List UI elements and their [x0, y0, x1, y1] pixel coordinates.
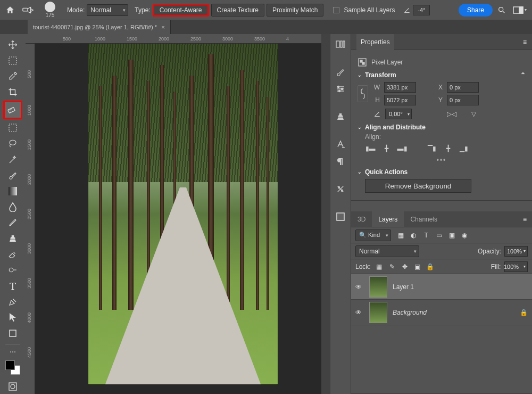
filter-smart-icon[interactable]: ▣ [447, 232, 456, 239]
layer-name[interactable]: Layer 1 [393, 283, 414, 291]
pencil-tool[interactable] [5, 215, 20, 230]
type-content-aware-button[interactable]: Content-Aware [153, 4, 209, 17]
type-tool[interactable] [5, 278, 20, 293]
layer-name[interactable]: Background [393, 309, 427, 316]
filter-shape-icon[interactable]: ▭ [435, 232, 443, 239]
transform-section[interactable]: ⌄ Transform ⌃ [358, 71, 526, 79]
sample-all-checkbox[interactable] [333, 7, 339, 13]
lock-paint-icon[interactable]: ✎ [388, 263, 396, 270]
filter-adjust-icon[interactable]: ◐ [409, 232, 418, 239]
lock-icon[interactable]: 🔒 [520, 309, 528, 316]
dodge-tool[interactable] [5, 262, 20, 277]
color-swatch[interactable] [5, 360, 20, 375]
lock-position-icon[interactable]: ✥ [401, 263, 409, 270]
layers-menu-icon[interactable]: ≡ [518, 211, 532, 227]
lock-artboard-icon[interactable]: ▣ [413, 263, 422, 270]
eyedropper-tool[interactable] [5, 69, 20, 84]
panel-menu-icon[interactable]: ≡ [523, 38, 527, 46]
fg-color[interactable] [5, 360, 15, 370]
ruler-vertical[interactable]: 500 1000 1500 2000 2500 3000 3500 4000 4… [26, 44, 35, 394]
healing-brush-tool[interactable] [3, 101, 22, 120]
h-input[interactable] [384, 95, 416, 105]
align-bottom-icon[interactable]: ▁▮ [459, 144, 469, 153]
brush-size-control[interactable]: 175 [39, 2, 61, 18]
more-tools[interactable]: ⋯ [5, 348, 20, 356]
blur-tool[interactable] [5, 200, 20, 215]
opacity-input[interactable]: 100% [504, 246, 528, 257]
collapse-icon[interactable]: ⌃ [520, 71, 526, 79]
svg-point-1 [499, 7, 503, 11]
visibility-icon[interactable]: 👁 [355, 309, 364, 316]
move-tool[interactable] [5, 37, 20, 52]
character-panel-icon[interactable] [334, 137, 347, 151]
type-proximity-button[interactable]: Proximity Match [267, 4, 323, 17]
path-select-tool[interactable] [5, 310, 20, 325]
align-left-icon[interactable]: ▮▬ [365, 144, 376, 153]
ruler-horizontal[interactable]: 500 1000 1500 2000 2500 3000 3500 4 [26, 34, 321, 44]
properties-tab[interactable]: Properties [356, 34, 394, 50]
align-center-v-icon[interactable]: ╋ [443, 144, 453, 153]
remove-background-button[interactable]: Remove Background [365, 179, 471, 193]
wand-tool[interactable] [5, 152, 20, 167]
y-input[interactable] [447, 95, 479, 105]
quickmask-toggle[interactable] [5, 379, 20, 394]
layer-thumbnail[interactable] [369, 276, 387, 298]
adjustments-panel-icon[interactable] [334, 82, 347, 96]
align-center-h-icon[interactable]: ╋ [381, 144, 392, 153]
flip-h-icon[interactable]: ▷◁ [447, 110, 456, 118]
close-tab-icon[interactable]: × [161, 24, 164, 30]
brushes-panel-icon[interactable] [334, 65, 347, 79]
tab-layers[interactable]: Layers [372, 211, 404, 227]
filter-kind-select[interactable]: 🔍 Kind [355, 229, 391, 241]
align-section[interactable]: ⌄ Align and Distribute [358, 124, 526, 131]
modifiers-panel-icon[interactable] [334, 182, 347, 196]
fill-input[interactable]: 100% [504, 261, 528, 272]
link-wh-icon[interactable] [358, 85, 368, 102]
w-input[interactable] [384, 82, 416, 93]
pen-tool[interactable] [5, 294, 20, 309]
crop-tool[interactable] [5, 85, 20, 100]
align-top-icon[interactable]: ▔▮ [427, 144, 437, 153]
layer-thumbnail[interactable] [369, 302, 387, 323]
canvas[interactable] [35, 44, 321, 394]
share-button[interactable]: Share [459, 4, 493, 17]
layer-row[interactable]: 👁 Background 🔒 [351, 300, 532, 325]
visibility-icon[interactable]: 👁 [355, 283, 364, 291]
paragraph-panel-icon[interactable] [334, 154, 347, 168]
libraries-panel-icon[interactable] [334, 210, 347, 224]
layer-row[interactable]: 👁 Layer 1 [351, 274, 532, 300]
eraser-tool[interactable] [5, 247, 20, 262]
gradient-tool[interactable] [5, 184, 20, 199]
filter-pixel-icon[interactable]: ▦ [396, 232, 405, 239]
align-right-icon[interactable]: ▬▮ [397, 144, 408, 153]
workspace-icon[interactable]: ▾ [511, 3, 529, 17]
scrollbar-vertical[interactable] [321, 34, 330, 394]
filter-type-icon[interactable]: T [422, 232, 430, 239]
clone-source-panel-icon[interactable] [334, 110, 347, 124]
color-panel-icon[interactable] [334, 37, 347, 51]
x-input[interactable] [447, 82, 479, 93]
clone-stamp-tool[interactable] [5, 231, 20, 246]
marquee-tool[interactable] [5, 53, 20, 68]
frame-tool[interactable] [5, 120, 20, 135]
lasso-tool[interactable] [5, 136, 20, 151]
tab-channels[interactable]: Channels [404, 211, 444, 227]
brush-tool[interactable] [5, 168, 20, 183]
angle-select[interactable]: 0,00° [385, 109, 412, 119]
blend-mode-select[interactable]: Normal [355, 245, 419, 257]
tool-preset-icon[interactable] [19, 3, 37, 17]
shape-tool[interactable] [5, 326, 20, 341]
tab-3d[interactable]: 3D [351, 211, 372, 227]
angle-input[interactable] [413, 5, 430, 15]
search-icon[interactable] [495, 3, 509, 17]
quick-actions-section[interactable]: ⌄ Quick Actions [358, 168, 526, 176]
home-icon[interactable] [3, 3, 17, 17]
more-options-icon[interactable]: ••• [358, 157, 526, 164]
document-tab[interactable]: tourist-4400871.jpg @ 25% (Layer 1, RGB/… [28, 20, 171, 34]
type-create-texture-button[interactable]: Create Texture [211, 4, 265, 17]
mode-select[interactable]: Normal [87, 4, 128, 16]
lock-all-icon[interactable]: 🔒 [426, 263, 435, 270]
flip-v-icon[interactable]: ▽ [471, 110, 476, 118]
lock-transparent-icon[interactable]: ▦ [375, 263, 384, 270]
filter-toggle-icon[interactable]: ◉ [460, 232, 469, 239]
